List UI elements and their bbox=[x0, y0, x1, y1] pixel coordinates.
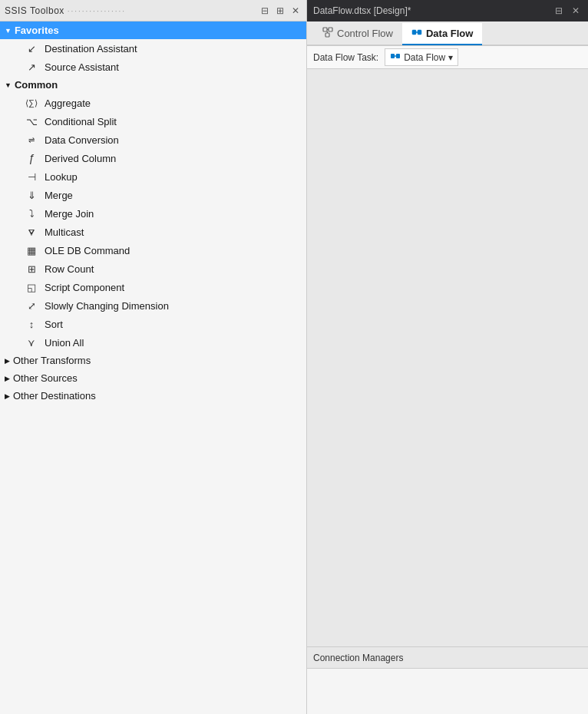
toolbox-item-data-conversion[interactable]: ⇌ Data Conversion bbox=[0, 131, 306, 149]
right-panel: DataFlow.dtsx [Design]* ⊟ ✕ Control Flow bbox=[307, 0, 588, 714]
union-all-icon: ⋎ bbox=[25, 336, 38, 349]
toolbox-title: SSIS Toolbox ················ bbox=[5, 5, 256, 16]
merge-join-icon: ⤵ bbox=[25, 207, 38, 220]
svg-rect-6 bbox=[418, 30, 421, 35]
toolbox-content: ▼ Favorites ↙ Destination Assistant ↗ So… bbox=[0, 21, 306, 714]
toolbox-item-destination-assistant[interactable]: ↙ Destination Assistant bbox=[0, 39, 306, 58]
design-canvas[interactable] bbox=[307, 69, 588, 646]
control-flow-tab-icon bbox=[322, 27, 333, 40]
source-assistant-label: Source Assistant bbox=[45, 61, 119, 73]
destination-assistant-label: Destination Assistant bbox=[45, 43, 137, 55]
task-dropdown[interactable]: Data Flow ▾ bbox=[385, 48, 458, 66]
lookup-icon: ⊣ bbox=[25, 170, 38, 183]
design-toolbar: Data Flow Task: Data Flow ▾ bbox=[307, 46, 588, 69]
dataflow-titlebar: DataFlow.dtsx [Design]* ⊟ ✕ bbox=[307, 0, 588, 21]
category-favorites[interactable]: ▼ Favorites bbox=[0, 21, 306, 39]
data-conversion-icon: ⇌ bbox=[25, 133, 38, 147]
toolbox-item-ole-db-command[interactable]: ▦ OLE DB Command bbox=[0, 241, 306, 259]
svg-rect-2 bbox=[325, 33, 329, 37]
aggregate-label: Aggregate bbox=[45, 98, 91, 109]
toolbox-item-lookup[interactable]: ⊣ Lookup bbox=[0, 167, 306, 186]
ole-db-command-label: OLE DB Command bbox=[45, 245, 130, 256]
merge-join-label: Merge Join bbox=[45, 208, 94, 220]
category-other-transforms[interactable]: ▶ Other Transforms bbox=[0, 352, 306, 369]
svg-rect-5 bbox=[412, 30, 416, 35]
toolbox-panel: SSIS Toolbox ················ ⊟ ⊞ ✕ ▼ Fa… bbox=[0, 0, 307, 714]
other-sources-label: Other Sources bbox=[13, 372, 78, 384]
other-destinations-triangle-icon: ▶ bbox=[5, 392, 10, 400]
multicast-icon: ⛛ bbox=[25, 225, 38, 239]
toolbox-item-derived-column[interactable]: ƒ Derived Column bbox=[0, 149, 306, 167]
toolbox-item-aggregate[interactable]: ⟨∑⟩ Aggregate bbox=[0, 94, 306, 112]
script-component-label: Script Component bbox=[45, 282, 124, 293]
toolbox-item-slowly-changing-dimension[interactable]: ⤢ Slowly Changing Dimension bbox=[0, 296, 306, 315]
favorites-label: Favorites bbox=[15, 25, 59, 36]
task-dropdown-icon bbox=[390, 51, 401, 64]
destination-assistant-icon: ↙ bbox=[25, 41, 38, 55]
data-flow-tab-label: Data Flow bbox=[426, 28, 473, 39]
category-other-destinations[interactable]: ▶ Other Destinations bbox=[0, 387, 306, 405]
tab-control-flow[interactable]: Control Flow bbox=[313, 23, 402, 45]
task-value: Data Flow bbox=[404, 52, 445, 63]
toolbox-item-row-count[interactable]: ⊞ Row Count bbox=[0, 259, 306, 278]
sort-label: Sort bbox=[45, 319, 63, 330]
source-assistant-icon: ↗ bbox=[25, 60, 38, 74]
tab-data-flow[interactable]: Data Flow bbox=[402, 23, 482, 45]
union-all-label: Union All bbox=[45, 337, 84, 349]
ole-db-command-icon: ▦ bbox=[25, 243, 38, 257]
merge-icon: ⇓ bbox=[25, 188, 38, 202]
row-count-label: Row Count bbox=[45, 263, 94, 275]
toolbox-item-merge-join[interactable]: ⤵ Merge Join bbox=[0, 204, 306, 223]
script-component-icon: ◱ bbox=[25, 280, 38, 294]
dataflow-window-title: DataFlow.dtsx [Design]* bbox=[313, 5, 548, 16]
common-triangle-icon: ▼ bbox=[5, 81, 12, 89]
slowly-changing-dimension-label: Slowly Changing Dimension bbox=[45, 300, 169, 312]
toolbox-close-button[interactable]: ✕ bbox=[289, 5, 302, 16]
bottom-area bbox=[307, 668, 588, 714]
dataflow-pin-button[interactable]: ⊟ bbox=[553, 5, 565, 17]
toolbox-item-source-assistant[interactable]: ↗ Source Assistant bbox=[0, 58, 306, 76]
category-common[interactable]: ▼ Common bbox=[0, 76, 306, 94]
other-sources-triangle-icon: ▶ bbox=[5, 375, 10, 382]
toolbox-auto-hide-button[interactable]: ⊟ bbox=[259, 5, 271, 16]
tab-bar: Control Flow Data Flow bbox=[307, 21, 588, 46]
toolbox-item-conditional-split[interactable]: ⌥ Conditional Split bbox=[0, 112, 306, 131]
toolbox-item-sort[interactable]: ↕ Sort bbox=[0, 315, 306, 333]
category-other-sources[interactable]: ▶ Other Sources bbox=[0, 369, 306, 387]
toolbox-item-union-all[interactable]: ⋎ Union All bbox=[0, 333, 306, 352]
row-count-icon: ⊞ bbox=[25, 262, 38, 276]
common-label: Common bbox=[15, 79, 58, 91]
other-transforms-triangle-icon: ▶ bbox=[5, 357, 10, 365]
svg-rect-8 bbox=[391, 54, 395, 58]
data-flow-tab-icon bbox=[411, 27, 422, 40]
favorites-triangle-icon: ▼ bbox=[5, 27, 12, 35]
toolbox-item-multicast[interactable]: ⛛ Multicast bbox=[0, 223, 306, 241]
conditional-split-label: Conditional Split bbox=[45, 116, 117, 127]
toolbox-title-dots: ················ bbox=[68, 7, 126, 15]
dataflow-close-button[interactable]: ✕ bbox=[570, 5, 582, 17]
other-destinations-label: Other Destinations bbox=[13, 390, 96, 402]
task-dropdown-chevron-icon: ▾ bbox=[448, 52, 453, 63]
lookup-label: Lookup bbox=[45, 171, 78, 183]
merge-label: Merge bbox=[45, 190, 73, 201]
conditional-split-icon: ⌥ bbox=[25, 114, 38, 128]
toolbox-icons: ⊟ ⊞ ✕ bbox=[259, 5, 302, 16]
connection-managers-label: Connection Managers bbox=[313, 653, 403, 663]
slowly-changing-dimension-icon: ⤢ bbox=[25, 299, 38, 312]
connection-managers-bar: Connection Managers bbox=[307, 646, 588, 668]
other-transforms-label: Other Transforms bbox=[13, 355, 91, 366]
sort-icon: ↕ bbox=[25, 317, 38, 331]
toolbox-item-script-component[interactable]: ◱ Script Component bbox=[0, 278, 306, 296]
svg-rect-9 bbox=[396, 54, 400, 58]
derived-column-icon: ƒ bbox=[25, 151, 38, 165]
data-conversion-label: Data Conversion bbox=[45, 134, 119, 146]
toolbox-titlebar: SSIS Toolbox ················ ⊟ ⊞ ✕ bbox=[0, 0, 306, 21]
toolbox-pin-button[interactable]: ⊞ bbox=[274, 5, 286, 16]
svg-rect-1 bbox=[329, 28, 332, 31]
toolbox-title-text: SSIS Toolbox bbox=[5, 5, 64, 16]
svg-rect-0 bbox=[323, 28, 327, 31]
task-label: Data Flow Task: bbox=[313, 52, 378, 63]
toolbox-item-merge[interactable]: ⇓ Merge bbox=[0, 186, 306, 204]
derived-column-label: Derived Column bbox=[45, 153, 116, 164]
multicast-label: Multicast bbox=[45, 226, 84, 238]
